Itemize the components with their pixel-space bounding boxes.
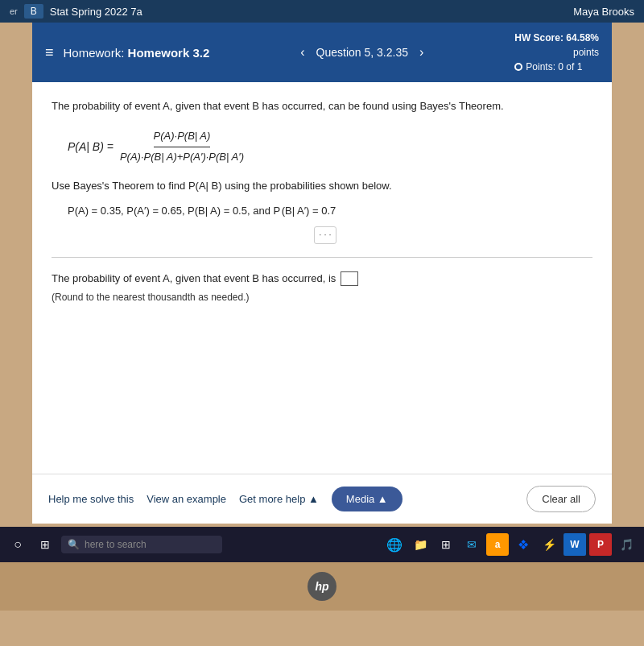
lightning-icon[interactable]: ⚡ [538,533,560,556]
hp-logo: hp [308,572,336,601]
clear-all-button[interactable]: Clear all [526,486,596,512]
answer-line: The probability of event A, given that e… [52,271,592,288]
top-bar-left: er B Stat Spring 2022 7a [10,4,142,19]
music-icon[interactable]: 🎵 [615,533,638,556]
next-question-button[interactable]: › [415,43,428,61]
intro-text: The probability of event A, given that e… [52,98,592,115]
windows-icon[interactable]: ⊞ [435,533,457,556]
header-score: HW Score: 64.58% points Points: 0 of 1 [514,31,599,74]
top-bar: er B Stat Spring 2022 7a Maya Brooks [0,0,644,23]
prev-question-button[interactable]: ‹ [295,43,309,61]
homework-name: Homework 3.2 [128,46,210,60]
question-label: Question 5, 3.2.35 [316,46,408,59]
question-body: The probability of event A, given that e… [32,82,612,322]
action-bar: Help me solve this View an example Get m… [32,474,612,524]
use-theorem-text: Use Bayes's Theorem to find P(A| B) usin… [52,178,592,195]
tab-b[interactable]: B [24,4,43,19]
formula-label: P(A| B) = [68,138,114,155]
main-content: ≡ Homework: Homework 3.2 ‹ Question 5, 3… [32,23,612,474]
media-label: Media ▲ [346,493,388,505]
file-explorer-icon[interactable]: 📁 [409,533,431,556]
view-example-button[interactable]: View an example [147,493,226,505]
taskbar-icons-right: 🌐 📁 ⊞ ✉ a ❖ ⚡ W P 🎵 [383,533,638,556]
answer-prefix: The probability of event A, given that e… [52,271,336,288]
app-title: Stat Spring 2022 7a [50,6,142,18]
formula-block: P(A| B) = P(A)·P(B| A) P(A)·P(B| A)+P(A′… [68,128,592,166]
answer-input-box[interactable] [341,271,358,286]
powerpoint-icon[interactable]: P [589,533,612,556]
points-label: Points: 0 of 1 [526,60,582,74]
prob-values: P(A) = 0.35, P(A′) = 0.65, P(B| A) = 0.5… [68,205,336,217]
user-name: Maya Brooks [573,6,634,18]
bayes-fraction: P(A)·P(B| A) P(A)·P(B| A)+P(A′)·P(B| A′) [120,128,244,166]
points-info: Points: 0 of 1 [514,60,599,74]
start-button[interactable]: ○ [6,533,29,556]
taskbar: ○ ⊞ 🔍 here to search 🌐 📁 ⊞ ✉ a ❖ ⚡ W P 🎵 [0,527,644,562]
homework-prefix: Homework: [64,46,125,60]
amazon-icon[interactable]: a [486,533,509,556]
dropbox-icon[interactable]: ❖ [512,533,535,556]
header-left: ≡ Homework: Homework 3.2 [45,44,209,61]
search-placeholder: here to search [85,539,147,550]
get-more-help-button[interactable]: Get more help ▲ [239,493,319,505]
edge-icon[interactable]: 🌐 [383,533,406,556]
task-view-button[interactable]: ⊞ [34,533,56,556]
header-nav: ‹ Question 5, 3.2.35 › [295,43,428,61]
answer-section: The probability of event A, given that e… [52,271,592,306]
word-icon[interactable]: W [564,533,586,556]
help-me-solve-button[interactable]: Help me solve this [48,493,134,505]
laptop-bezel: hp [0,562,644,611]
round-note: (Round to the nearest thousandth as need… [52,290,592,305]
tab-indicator: er [10,6,18,16]
media-button[interactable]: Media ▲ [332,487,402,511]
hw-score: HW Score: 64.58% [514,31,599,45]
mail-icon[interactable]: ✉ [460,533,483,556]
fraction-numerator: P(A)·P(B| A) [154,128,211,147]
header-bar: ≡ Homework: Homework 3.2 ‹ Question 5, 3… [32,23,612,82]
probabilities: P(A) = 0.35, P(A′) = 0.65, P(B| A) = 0.5… [68,203,592,220]
hw-points: points [514,45,599,60]
taskbar-search-box[interactable]: 🔍 here to search [61,536,222,553]
more-details-area: · · · [52,226,592,244]
circle-icon [514,63,522,71]
divider [52,257,592,258]
menu-icon[interactable]: ≡ [45,44,54,61]
fraction-denominator: P(A)·P(B| A)+P(A′)·P(B| A′) [120,147,244,166]
formula-line: P(A| B) = P(A)·P(B| A) P(A)·P(B| A)+P(A′… [68,128,592,166]
expand-details-button[interactable]: · · · [314,226,336,244]
header-title: Homework: Homework 3.2 [64,46,210,60]
search-icon: 🔍 [68,539,80,550]
